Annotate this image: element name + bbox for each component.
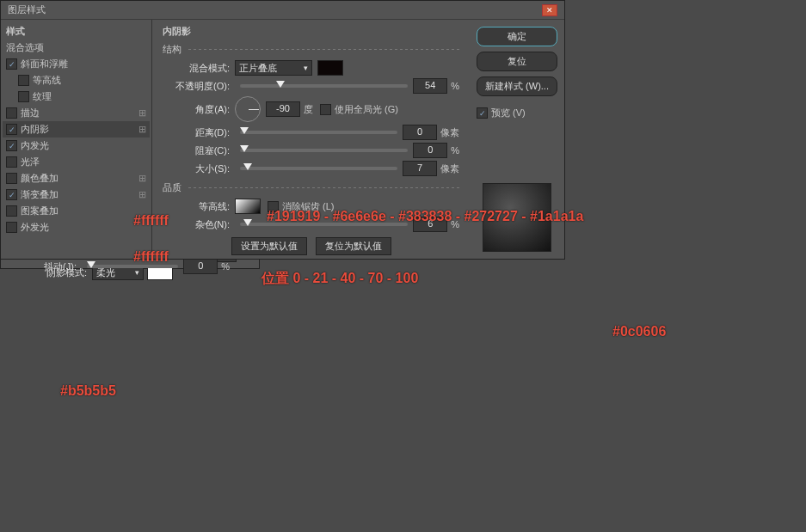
chk-texture[interactable] — [18, 91, 29, 102]
is-noise-input[interactable]: 6 — [413, 217, 447, 232]
plus-icon[interactable]: ⊞ — [138, 124, 146, 135]
style-outerglow[interactable]: 外发光 — [3, 219, 150, 235]
chk-innershadow[interactable] — [6, 124, 17, 135]
is-angle-label: 角度(A): — [163, 103, 230, 116]
right-buttons: 确定 复位 新建样式 (W)... 预览 (V) — [470, 20, 564, 259]
cancel-button-2[interactable]: 复位 — [477, 52, 557, 71]
ig-jitter-label: 抖动(J): — [9, 260, 77, 273]
chk-bevel[interactable] — [6, 58, 17, 70]
is-dist-label: 距离(D): — [163, 126, 230, 139]
title2: 图层样式 — [8, 3, 46, 16]
style-contour[interactable]: 等高线 — [3, 72, 150, 89]
is-angle-input[interactable]: -90 — [266, 101, 300, 117]
styles-list: 样式 混合选项 斜面和浮雕 等高线 纹理 描边⊞ 内阴影⊞ 内发光 光泽 颜色叠… — [1, 20, 152, 259]
chk-stroke[interactable] — [6, 107, 17, 119]
style-innerglow[interactable]: 内发光 — [3, 138, 150, 154]
chk-color[interactable] — [6, 173, 17, 184]
is-px2: 像素 — [440, 162, 459, 175]
is-struct: 结构 — [163, 43, 187, 56]
is-global-checkbox[interactable] — [320, 104, 331, 115]
is-angle-dial[interactable] — [235, 96, 261, 122]
chk-satin[interactable] — [6, 156, 17, 168]
annotation-positions: 位置 0 - 21 - 40 - 70 - 100 — [261, 270, 418, 288]
chk-contour[interactable] — [18, 75, 29, 86]
styles-head: 样式 — [3, 23, 150, 40]
close-icon-2[interactable]: ✕ — [542, 4, 557, 16]
is-color-swatch[interactable] — [317, 60, 343, 76]
ok-button-2[interactable]: 确定 — [477, 27, 557, 46]
is-choke-input[interactable]: 0 — [413, 143, 447, 158]
style-bevel[interactable]: 斜面和浮雕 — [3, 56, 150, 72]
plus-icon[interactable]: ⊞ — [138, 173, 146, 184]
chk-grad[interactable] — [6, 189, 17, 200]
is-contour[interactable] — [235, 199, 261, 214]
plus-icon[interactable]: ⊞ — [138, 189, 146, 200]
is-noise-label: 杂色(N): — [163, 218, 230, 231]
style-gradoverlay[interactable]: 渐变叠加⊞ — [3, 187, 150, 203]
is-mode-label: 混合模式: — [163, 62, 230, 75]
is-contour-label: 等高线: — [163, 200, 230, 213]
style-stroke[interactable]: 描边⊞ — [3, 105, 150, 121]
preview-label: 预览 (V) — [491, 107, 526, 119]
is-mode-select[interactable]: 正片叠底 — [235, 60, 312, 76]
is-pct2: % — [451, 145, 459, 156]
is-deg: 度 — [304, 103, 313, 116]
annotation-shadow-color: #0c0606 — [612, 324, 666, 339]
style-coloroverlay[interactable]: 颜色叠加⊞ — [3, 170, 150, 187]
is-title: 内阴影 — [163, 25, 459, 38]
is-aa-label: 消除锯齿 (L) — [282, 200, 335, 213]
is-pct: % — [451, 81, 459, 91]
is-op-slider[interactable] — [240, 84, 408, 88]
preview-checkbox[interactable] — [477, 107, 488, 119]
ig-jitter-input[interactable]: 0 — [183, 259, 218, 274]
is-set-default-button[interactable]: 设置为默认值 — [231, 237, 307, 255]
is-size-input[interactable]: 7 — [403, 161, 437, 176]
is-global-label: 使用全局光 (G) — [335, 103, 398, 116]
blend-options[interactable]: 混合选项 — [3, 40, 150, 56]
style-texture[interactable]: 纹理 — [3, 89, 150, 105]
is-op-input[interactable]: 54 — [413, 78, 447, 94]
layer-style-dialog-2: 图层样式 ✕ 样式 混合选项 斜面和浮雕 等高线 纹理 描边⊞ 内阴影⊞ 内发光… — [0, 0, 565, 260]
is-qual: 品质 — [163, 181, 187, 194]
ig-pct5: % — [221, 261, 230, 272]
is-op-label: 不透明度(O): — [163, 80, 230, 93]
is-size-slider[interactable] — [240, 167, 397, 170]
style-satin[interactable]: 光泽 — [3, 154, 150, 170]
is-reset-default-button[interactable]: 复位为默认值 — [316, 237, 391, 255]
is-size-label: 大小(S): — [163, 162, 230, 175]
is-choke-slider[interactable] — [240, 149, 408, 152]
preview-swatch — [483, 183, 551, 252]
is-pct3: % — [451, 219, 459, 229]
style-innershadow[interactable]: 内阴影⊞ — [3, 121, 150, 138]
chk-innerglow[interactable] — [6, 140, 17, 151]
is-noise-slider[interactable] — [240, 223, 408, 226]
style-patternoverlay[interactable]: 图案叠加 — [3, 203, 150, 219]
is-dist-input[interactable]: 0 — [403, 125, 437, 140]
is-aa-checkbox[interactable] — [268, 201, 279, 212]
chk-pattern[interactable] — [6, 205, 17, 217]
is-choke-label: 阻塞(C): — [163, 144, 230, 157]
inner-shadow-settings: 内阴影 结构 混合模式:正片叠底 不透明度(O):54% 角度(A):-90度使… — [152, 20, 470, 259]
is-px: 像素 — [440, 126, 459, 139]
chk-outerglow[interactable] — [6, 222, 17, 233]
new-style-button[interactable]: 新建样式 (W)... — [477, 76, 557, 96]
plus-icon[interactable]: ⊞ — [138, 107, 146, 119]
annotation-glow-color: #b5b5b5 — [60, 383, 116, 399]
ig-jitter-slider[interactable] — [87, 265, 178, 268]
is-dist-slider[interactable] — [240, 131, 397, 134]
